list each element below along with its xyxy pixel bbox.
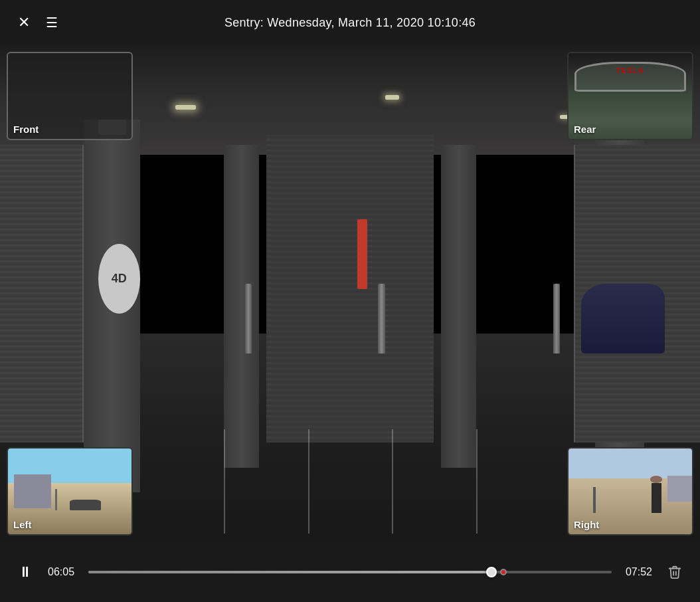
main-video-area: 4D Front TESLA Rear xyxy=(0,45,700,542)
delete-button[interactable] xyxy=(663,560,687,584)
ceiling-light-1 xyxy=(175,105,197,110)
parking-line-1 xyxy=(224,429,225,534)
seek-progress xyxy=(88,571,491,573)
seek-thumb-dot xyxy=(500,569,507,575)
seek-bar[interactable] xyxy=(88,571,612,573)
total-time: 07:52 xyxy=(622,566,652,578)
level-sign: 4D xyxy=(98,244,140,314)
parking-lines xyxy=(140,368,560,542)
right-person-body xyxy=(652,483,661,513)
parking-line-3 xyxy=(392,429,393,534)
rear-camera-thumb[interactable]: TESLA Rear xyxy=(567,52,693,140)
playback-controls: ⏸ 06:05 07:52 xyxy=(0,542,700,602)
left-camera-label: Left xyxy=(13,519,32,530)
parking-line-4 xyxy=(476,429,478,534)
parking-line-2 xyxy=(308,429,309,534)
right-camera-thumb[interactable]: Right xyxy=(567,447,693,536)
trash-icon xyxy=(667,565,682,579)
current-time: 06:05 xyxy=(48,566,78,578)
fire-extinguisher xyxy=(357,219,368,289)
left-camera-thumb[interactable]: Left xyxy=(7,447,133,536)
right-post xyxy=(593,487,596,513)
tesla-logo: TESLA xyxy=(616,67,645,74)
play-pause-button[interactable]: ⏸ xyxy=(13,560,37,584)
bollard-2 xyxy=(378,284,385,353)
left-post xyxy=(55,489,58,510)
rear-mirror-frame: TESLA xyxy=(574,62,685,92)
top-bar: ✕ ☰ Sentry: Wednesday, March 11, 2020 10… xyxy=(0,0,700,45)
seek-thumb[interactable] xyxy=(486,567,497,577)
bollard-3 xyxy=(553,284,561,353)
right-camera-label: Right xyxy=(574,519,599,530)
right-building xyxy=(667,476,692,502)
left-car xyxy=(70,500,101,510)
bollard-1 xyxy=(245,284,252,353)
left-building xyxy=(14,474,51,509)
video-title: Sentry: Wednesday, March 11, 2020 10:10:… xyxy=(224,16,476,30)
menu-button[interactable]: ☰ xyxy=(41,12,62,33)
close-button[interactable]: ✕ xyxy=(13,12,35,33)
parked-car xyxy=(581,284,665,353)
front-camera-label: Front xyxy=(13,124,39,135)
garage-door-left xyxy=(0,145,84,443)
front-camera-thumb[interactable]: Front xyxy=(7,52,133,140)
right-person-head xyxy=(650,476,663,482)
ceiling-light-2 xyxy=(385,95,399,100)
rear-camera-label: Rear xyxy=(574,124,596,135)
